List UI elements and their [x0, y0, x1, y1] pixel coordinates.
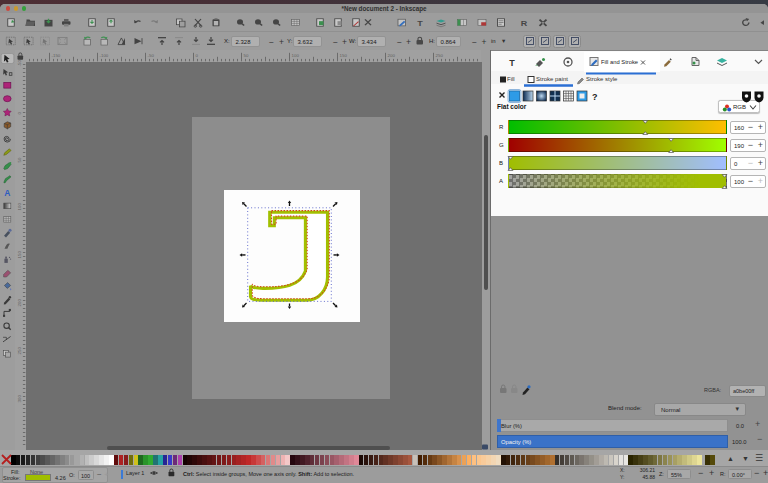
svg-text:50: 50 — [17, 157, 22, 162]
svg-text:0: 0 — [196, 53, 199, 58]
svg-text:T: T — [509, 58, 515, 68]
svg-text:200: 200 — [17, 299, 22, 307]
svg-text:R: R — [521, 18, 528, 27]
svg-text:150: 150 — [340, 53, 348, 58]
svg-text:100: 100 — [292, 53, 300, 58]
svg-text:0: 0 — [17, 112, 22, 115]
svg-text:200: 200 — [388, 53, 396, 58]
svg-text:A: A — [4, 188, 10, 198]
svg-text:100: 100 — [17, 203, 22, 211]
svg-text:-50: -50 — [148, 53, 155, 58]
svg-text:300: 300 — [17, 395, 22, 403]
svg-text:-50: -50 — [17, 60, 22, 67]
svg-text:?: ? — [592, 92, 598, 102]
svg-text:250: 250 — [17, 347, 22, 355]
svg-text:50: 50 — [244, 53, 249, 58]
svg-text:-150: -150 — [52, 53, 61, 58]
svg-text:150: 150 — [17, 251, 22, 259]
svg-text:T: T — [417, 18, 423, 27]
svg-text:-100: -100 — [100, 53, 109, 58]
svg-text:250: 250 — [436, 53, 444, 58]
